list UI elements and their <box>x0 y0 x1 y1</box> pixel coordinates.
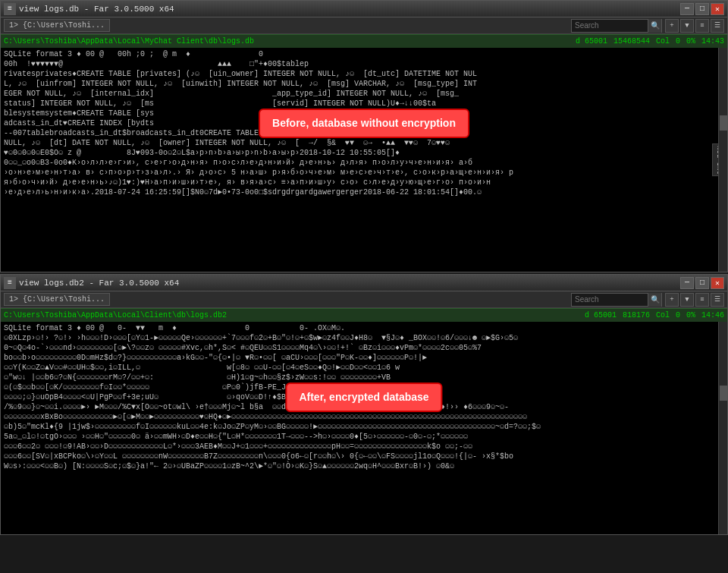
hex-line: 5a☺_☺l☺!☺tgO›☺☺☺ ›☺☺H☺"☺☺☺☺☺0☺ ä›☺☺mWH›☺… <box>4 432 724 442</box>
window2: ≡ view logs.db2 - Far 3.0.5000 x64 ─ □ ✕… <box>0 274 728 535</box>
status-col-label-1: Col <box>656 37 670 46</box>
scrollbar-1[interactable] <box>718 48 727 272</box>
window-controls-2: ─ □ ✕ <box>680 277 724 289</box>
toolbar-buttons-2: + ▼ ≡ ☰ <box>665 293 724 307</box>
scrollbar-thumb-2 <box>720 386 727 401</box>
status-size-1: 15468544 <box>613 37 650 46</box>
toolbar-btn-grid-2[interactable]: ☰ <box>711 293 724 307</box>
search-input-1[interactable] <box>572 21 648 30</box>
status-size-2: 818176 <box>623 311 650 320</box>
toolbar-btn-grid-1[interactable]: ☰ <box>711 19 724 33</box>
hex-line: ☺☺☺6☺☺2☺ ☺☺☺!☺9!AB›☺☺›D☺☺☺☺☺☺☺☺☺☺☺☺L☺*›☺… <box>4 442 724 452</box>
close-button-1[interactable]: ✕ <box>711 3 724 15</box>
status-col-val-1: 0 <box>676 37 680 46</box>
hex-line: ☺☺☺6☺☺[SV☺|xBCPko☺\›☺Y☺☺L ☺☺☺☺☺☺☺☺nW☺☺☺☺… <box>4 452 724 461</box>
hex-line: ›е›д›е›л›ь›н›и›к›а›.2018-07-24 16:25:59[… <box>4 187 724 197</box>
toolbar-btn-menu-1[interactable]: ≡ <box>695 19 709 33</box>
hex-line: ☺☺Y(K☺☺Z☺▲V☺☺#☺☺UH☺$☺☺,i☺ILL,☺ w[☺8☺ ☺☺U… <box>4 363 724 373</box>
scrollbar-thumb-1 <box>720 115 727 131</box>
toolbar-2: 1> {C:\Users\Toshi... 🔍 + ▼ ≡ ☰ <box>1 291 727 308</box>
status-bar-2: C:\Users\Toshiba\AppData\Local\Client\db… <box>1 308 727 322</box>
search-box-1: 🔍 <box>571 19 662 33</box>
app-icon-2: ≡ <box>4 277 16 289</box>
minimize-button-1[interactable]: ─ <box>680 3 694 15</box>
hex-line: ☺0XLzp›☺!› ?☺!› ›h☺☺☺!D›☺☺☺[☺Y☺1-►☺☺☺☺☺Q… <box>4 333 724 343</box>
toolbar-btn-add-2[interactable]: + <box>665 293 679 307</box>
content-area-2[interactable]: SQLite format 3 ♦ 00 @ 0- ▼▼ m ♦ 0 0- .O… <box>1 322 727 534</box>
hex-line: 0☺☺_☺o0☺B3-0o0♦K›о›л›л›е›г›и›, с›е›г›о›д… <box>4 158 724 168</box>
toolbar-1: 1> {C:\Users\Toshi... 🔍 + ▼ ≡ ☰ <box>1 17 727 34</box>
hex-line: ☺"w☺↓ |☺☺b6☺?☺N{☺☺☺☺☺☺☺rM☺?/☺☺+☺: ☺H)1☺g… <box>4 373 724 383</box>
title-bar-left-1: ≡ view logs.db - Far 3.0.5000 x64 <box>4 3 174 15</box>
hex-line: 0~☺Q☺4o-`›☺☺☺nd›☺☺☺☺☺☺☺☺[☺►\?☺☺z☺ ☺☺☺☺☺#… <box>4 343 724 353</box>
hex-line: SQLite format 3 ♦ 00 @ 00h ;0 ; @ m ♦ 0 <box>4 49 724 59</box>
tab-1[interactable]: 1> {C:\Users\Toshi... <box>4 19 110 32</box>
hex-line: status] INTEGER NOT NULL, ♪☺ [ms [servid… <box>4 99 724 109</box>
search-box-2: 🔍 <box>571 293 662 307</box>
hex-line: я›б›о›ч›и›й› д›е›е›н›ь›♪☺)1♥:)♥H›а›п›и›ш… <box>4 178 724 187</box>
window1: ≡ view logs.db - Far 3.0.5000 x64 ─ □ ✕ … <box>0 0 728 272</box>
status-time-1: 14:43 <box>701 37 724 46</box>
app-icon-1: ≡ <box>4 3 16 15</box>
status-d-1: d 65001 <box>576 37 607 46</box>
hex-line: SQLite format 3 ♦ 00 @ 0- ▼▼ m ♦ 0 0- .O… <box>4 323 724 333</box>
search-button-2[interactable]: 🔍 <box>648 293 661 307</box>
toolbar-btn-menu-2[interactable]: ≡ <box>695 293 709 307</box>
window-title-2: view logs.db2 - Far 3.0.5000 x64 <box>19 279 179 288</box>
hex-line: 00h !♥▼▼▼▼▼@ ▲▲▲ □"+♦00$tablep <box>4 59 724 69</box>
status-col-val-2: 0 <box>676 311 680 320</box>
window-title-1: view logs.db - Far 3.0.5000 x64 <box>19 5 174 14</box>
hex-line: NULL, ♪☺ [dt] DATE NOT NULL, ♪☺ [owner] … <box>4 138 724 148</box>
status-percent-1: 0% <box>686 37 695 46</box>
title-bar-left-2: ≡ view logs.db2 - Far 3.0.5000 x64 <box>4 277 179 289</box>
hex-line: ♥☺0☺0☺0☺E0$O☺ z @ 8J♥093-0o☺2☺L$a›p›n›b›… <box>4 148 724 158</box>
close-button-2[interactable]: ✕ <box>711 277 724 289</box>
status-percent-2: 0% <box>686 311 695 320</box>
search-input-2[interactable] <box>572 295 648 304</box>
window-controls-1: ─ □ ✕ <box>680 3 724 15</box>
toolbar-btn-down-1[interactable]: ▼ <box>680 19 694 33</box>
status-bar-1: C:\Users\Toshiba\AppData\Local\MyChat Cl… <box>1 34 727 48</box>
status-time-2: 14:46 <box>701 311 724 320</box>
overlay-label-after: After, encrypted database <box>285 383 442 412</box>
hex-line: EGER NOT NULL, ♪☺ [internal_idx] _app_ty… <box>4 89 724 99</box>
hex-line: W☺s›:☺☺☺<☺☺B☺) [N:☺☺☺☺S☺c;☺$☺}a!"← 2☺›☺U… <box>4 461 724 471</box>
status-d-2: d 65001 <box>585 311 617 320</box>
title-bar-2: ≡ view logs.db2 - Far 3.0.5000 x64 ─ □ ✕ <box>1 275 727 291</box>
status-path-1: C:\Users\Toshiba\AppData\Local\MyChat Cl… <box>4 37 570 46</box>
minimize-button-2[interactable]: ─ <box>680 277 694 289</box>
content-area-1[interactable]: SQLite format 3 ♦ 00 @ 00h ;0 ; @ m ♦ 00… <box>1 48 727 272</box>
search-button-1[interactable]: 🔍 <box>648 19 661 33</box>
toolbar-btn-add-1[interactable]: + <box>665 19 679 33</box>
toolbar-buttons-1: + ▼ ≡ ☰ <box>665 19 724 33</box>
maximize-button-2[interactable]: □ <box>695 277 709 289</box>
scrollbar-2[interactable] <box>718 322 727 534</box>
hex-line: rivatesprivates♦CREATE TABLE [privates] … <box>4 69 724 79</box>
hex-line: ☺☺☺☺☺☺☺☺xBxBo☺☺☺☺☺☺☺☺☺☺☺►☺[☺►M☺☺►☺☺☺☺☺☺☺… <box>4 412 724 422</box>
hex-line: ›о›н›е›м›е›н›т›а› в› с›п›о›р›т›з›а›л›.› … <box>4 168 724 178</box>
status-path-2: C:\Users\Toshiba\AppData\Local\Client\db… <box>4 311 579 320</box>
tab-2[interactable]: 1> {C:\Users\Toshi... <box>4 293 110 306</box>
hex-line: bo☺☺b›o☺☺☺☺☺☺☺☺☺0D☺mHz$d☺?}☺☺☺☺☺☺☺☺☺☺☺a›… <box>4 353 724 363</box>
status-col-label-2: Col <box>656 311 670 320</box>
hex-line: ☺b)5☺"mcKl♦{9 |1jw$›☺☺☺☺☺☺☺☺☺f☺I☺☺☺☺☺☺ku… <box>4 422 724 432</box>
overlay-label-before: Before, database without encryption <box>259 109 469 138</box>
toolbar-btn-down-2[interactable]: ▼ <box>680 293 694 307</box>
maximize-button-1[interactable]: □ <box>695 3 709 15</box>
hex-line: L, ♪☺ [uinfrom] INTEGER NOT NULL, ♪☺ [ui… <box>4 79 724 89</box>
title-bar-1: ≡ view logs.db - Far 3.0.5000 x64 ─ □ ✕ <box>1 1 727 17</box>
